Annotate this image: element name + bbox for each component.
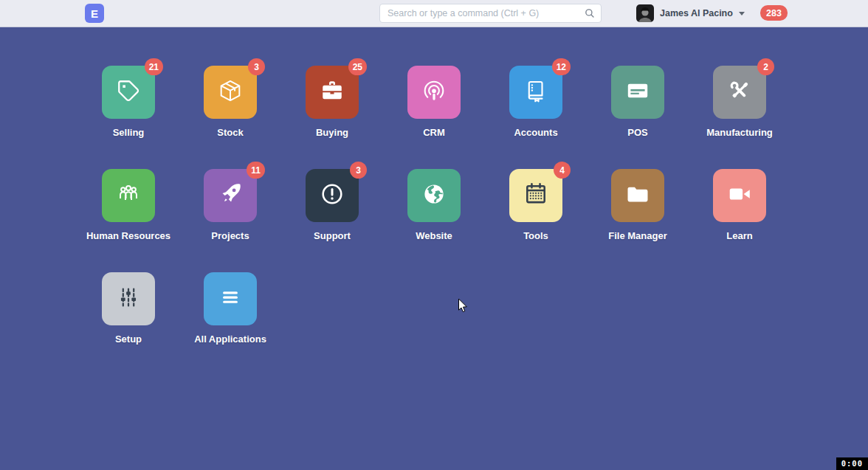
app-tile-file-manager[interactable]: File Manager	[587, 169, 689, 272]
app-label: POS	[627, 127, 647, 138]
card-icon	[624, 77, 651, 107]
app-label: Support	[314, 230, 351, 241]
menu-icon	[217, 284, 244, 314]
app-label: Human Resources	[86, 230, 170, 241]
app-count-badge: 21	[145, 58, 163, 75]
wrench-screwdriver-icon	[726, 77, 753, 107]
app-tile-buying[interactable]: 25 Buying	[281, 66, 383, 169]
user-menu[interactable]: James Al Pacino	[636, 4, 745, 22]
app-tile-human-resources[interactable]: Human Resources	[78, 169, 179, 272]
app-count-badge: 4	[554, 162, 571, 179]
top-navbar: E James Al Pacino 283	[0, 0, 868, 27]
app-label: Projects	[211, 230, 249, 241]
app-count-badge: 12	[552, 58, 571, 75]
app-label: Manufacturing	[706, 127, 773, 138]
app-tile-stock[interactable]: 3 Stock	[179, 66, 281, 169]
broadcast-person-icon	[421, 77, 447, 107]
app-tile-accounts[interactable]: 12 Accounts	[485, 66, 587, 169]
alert-circle-icon	[319, 181, 345, 210]
app-tile-projects[interactable]: 11 Projects	[179, 169, 281, 272]
search-icon[interactable]	[582, 5, 598, 21]
app-logo[interactable]: E	[85, 4, 104, 23]
video-camera-icon	[726, 180, 754, 211]
app-tile-crm[interactable]: CRM	[383, 66, 485, 169]
app-label: Stock	[217, 127, 243, 138]
global-search	[379, 4, 602, 23]
app-tile-tools[interactable]: 4 Tools	[485, 169, 587, 272]
app-tile-support[interactable]: 3 Support	[281, 169, 383, 272]
folder-icon	[624, 181, 651, 210]
app-tile-website[interactable]: Website	[383, 169, 485, 272]
sliders-icon	[115, 284, 142, 314]
user-avatar	[636, 4, 654, 22]
app-label: Setup	[115, 334, 142, 345]
app-count-badge: 3	[350, 162, 367, 179]
rocket-icon	[217, 181, 244, 210]
app-tile-manufacturing[interactable]: 2 Manufacturing	[689, 66, 790, 169]
app-label: All Applications	[194, 334, 266, 345]
app-label: Website	[416, 230, 452, 241]
app-tile-selling[interactable]: 21 Selling	[78, 66, 179, 169]
chevron-down-icon	[739, 12, 745, 15]
people-icon	[115, 181, 142, 210]
app-label: Tools	[523, 230, 548, 241]
tag-icon	[116, 78, 141, 106]
user-name: James Al Pacino	[660, 8, 733, 18]
search-input[interactable]	[380, 8, 582, 18]
app-tile-pos[interactable]: POS	[587, 66, 689, 169]
app-label: Learn	[726, 230, 752, 241]
briefcase-icon	[320, 78, 345, 106]
app-tile-all-applications[interactable]: All Applications	[179, 272, 281, 376]
box-icon	[218, 78, 243, 106]
calendar-icon	[523, 181, 549, 210]
globe-icon	[421, 181, 447, 210]
app-label: Accounts	[514, 127, 557, 138]
app-label: File Manager	[608, 230, 666, 241]
app-tile-setup[interactable]: Setup	[78, 272, 179, 376]
app-count-badge: 25	[348, 58, 367, 75]
recording-timer: 0:00	[836, 457, 868, 470]
notification-count-badge[interactable]: 283	[760, 5, 788, 21]
app-label: Selling	[113, 127, 145, 138]
app-count-badge: 3	[248, 58, 265, 75]
app-label: Buying	[316, 127, 348, 138]
app-tile-learn[interactable]: Learn	[689, 169, 790, 272]
ledger-book-icon	[523, 78, 548, 106]
app-count-badge: 11	[247, 162, 265, 179]
app-count-badge: 2	[757, 58, 774, 75]
apps-grid: 21 Selling 3 Stock 25 Buying CRM 12 Acco…	[0, 66, 868, 376]
app-label: CRM	[423, 127, 445, 138]
